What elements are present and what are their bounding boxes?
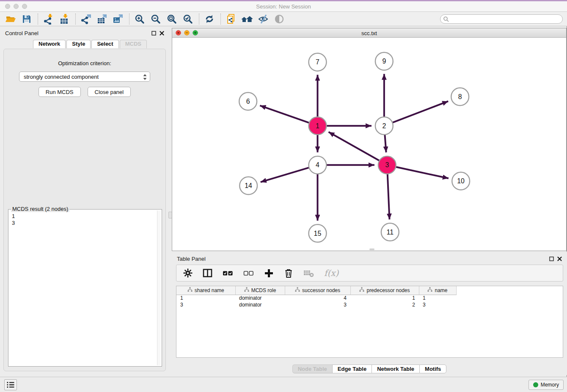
table-cell[interactable]: 2 xyxy=(350,301,419,308)
table-cell[interactable]: 3 xyxy=(419,301,456,308)
export-table-icon[interactable] xyxy=(96,13,108,25)
edge-3-1[interactable] xyxy=(329,132,380,161)
network-canvas[interactable]: 7968124314101511 xyxy=(172,38,566,251)
add-row-plus-icon[interactable] xyxy=(264,268,274,278)
column-header-name[interactable]: name xyxy=(419,286,456,295)
table-cell[interactable]: 3 xyxy=(176,301,235,308)
table-row[interactable]: 3dominator323 xyxy=(176,301,456,308)
table-settings-gear-icon[interactable] xyxy=(183,268,193,278)
tab-network[interactable]: Network xyxy=(33,40,66,48)
column-type-icon xyxy=(359,287,364,293)
titlebar-accent-strip xyxy=(0,0,567,1)
edge-4-14[interactable] xyxy=(261,168,309,182)
copy-network-icon[interactable] xyxy=(225,13,237,25)
select-all-checkboxes-icon[interactable] xyxy=(223,268,233,278)
column-header-predecessor-nodes[interactable]: predecessor nodes xyxy=(350,286,419,295)
refresh-icon[interactable] xyxy=(203,13,216,25)
tab-style[interactable]: Style xyxy=(66,40,91,48)
table-row[interactable]: 1dominator411 xyxy=(176,295,456,301)
export-network-icon[interactable] xyxy=(80,13,92,25)
canvas-resize-grip[interactable] xyxy=(369,248,374,250)
network-graph[interactable]: 7968124314101511 xyxy=(172,38,566,251)
node-label-3: 3 xyxy=(385,161,389,168)
toolbar-separator xyxy=(38,14,38,25)
table-panel-title: Table Panel xyxy=(177,256,206,262)
node-label-10: 10 xyxy=(457,177,465,185)
edge-3-10[interactable] xyxy=(396,167,449,178)
table-cell[interactable]: 1 xyxy=(419,295,456,301)
float-panel-icon[interactable] xyxy=(151,31,156,36)
close-panel-icon[interactable] xyxy=(160,31,164,36)
open-folder-icon[interactable] xyxy=(4,13,17,25)
optimization-criterion-select[interactable]: strongly connected component xyxy=(19,72,150,82)
zoom-out-icon[interactable] xyxy=(149,13,162,25)
optimization-criterion-label: Optimization criterion: xyxy=(4,60,165,66)
toolbar-separator xyxy=(199,14,199,25)
column-header-MCDS-role[interactable]: MCDS role xyxy=(235,286,285,295)
table-cell[interactable]: dominator xyxy=(235,301,285,308)
node-label-9: 9 xyxy=(382,58,386,65)
home-icon[interactable] xyxy=(241,13,253,25)
delete-row-trash-icon[interactable] xyxy=(284,268,293,278)
edge-2-8[interactable] xyxy=(392,101,448,123)
table-panel: Table Panel f(x) shared nameMCDS rolesuc… xyxy=(172,252,567,375)
status-bar: Memory xyxy=(0,377,567,392)
edge-2-3[interactable] xyxy=(385,135,386,152)
tab-network-table[interactable]: Network Table xyxy=(372,364,419,373)
table-cell[interactable]: 1 xyxy=(176,295,235,301)
column-header-shared-name[interactable]: shared name xyxy=(176,286,235,295)
node-label-8: 8 xyxy=(458,93,462,100)
network-view-window: scc.txt 7968124314101511 xyxy=(172,28,567,251)
edge-1-6[interactable] xyxy=(260,105,309,123)
control-panel-tabs: NetworkStyleSelectMCDS xyxy=(0,40,169,48)
tab-select[interactable]: Select xyxy=(91,40,118,48)
zoom-selected-icon[interactable] xyxy=(182,13,194,25)
memory-label: Memory xyxy=(541,382,559,388)
close-table-panel-icon[interactable] xyxy=(557,257,562,261)
node-label-7: 7 xyxy=(316,58,319,66)
deselect-all-checkboxes-icon[interactable] xyxy=(243,268,254,278)
tab-node-table[interactable]: Node Table xyxy=(292,364,332,373)
network-window-titlebar[interactable]: scc.txt xyxy=(172,28,566,38)
tab-edge-table[interactable]: Edge Table xyxy=(332,364,372,373)
zoom-in-icon[interactable] xyxy=(133,13,146,25)
float-table-panel-icon[interactable] xyxy=(549,257,554,261)
edge-3-11[interactable] xyxy=(388,174,390,220)
tab-motifs[interactable]: Motifs xyxy=(419,364,446,373)
window-title: Session: New Session xyxy=(0,3,567,10)
column-type-icon xyxy=(295,287,300,293)
table-panel-tabs: Node TableEdge TableNetwork TableMotifs xyxy=(172,364,567,373)
column-header-successor-nodes[interactable]: successor nodes xyxy=(285,286,350,295)
column-type-icon xyxy=(244,287,249,293)
result-scrollbar[interactable] xyxy=(157,210,161,365)
delete-table-icon xyxy=(303,269,314,278)
mcds-result-text: 13 xyxy=(9,210,157,365)
mcds-panel: Optimization criterion: strongly connect… xyxy=(3,49,166,371)
show-columns-icon[interactable] xyxy=(203,268,212,278)
table-cell[interactable]: 3 xyxy=(285,301,350,308)
toolbar-separator xyxy=(75,14,76,25)
export-image-icon[interactable] xyxy=(112,13,124,25)
fit-content-icon[interactable] xyxy=(165,13,178,25)
node-label-2: 2 xyxy=(382,122,386,130)
save-session-icon[interactable] xyxy=(20,13,33,25)
import-network-icon[interactable] xyxy=(42,13,55,25)
close-panel-button[interactable]: Close panel xyxy=(88,87,131,97)
run-mcds-button[interactable]: Run MCDS xyxy=(39,87,81,97)
column-type-icon xyxy=(427,287,432,293)
search-input[interactable] xyxy=(440,14,563,24)
import-table-icon[interactable] xyxy=(58,13,71,25)
search-icon xyxy=(443,16,449,22)
tab-mcds[interactable]: MCDS xyxy=(120,40,147,48)
memory-button[interactable]: Memory xyxy=(528,380,564,390)
node-label-4: 4 xyxy=(316,161,319,168)
node-table[interactable]: shared nameMCDS rolesuccessor nodesprede… xyxy=(176,286,563,358)
hide-panel-eye-icon[interactable] xyxy=(257,13,270,25)
table-toolbar: f(x) xyxy=(176,265,563,282)
show-panel-eye-icon[interactable] xyxy=(273,13,286,25)
table-cell[interactable]: 4 xyxy=(285,295,350,301)
node-label-11: 11 xyxy=(387,229,394,236)
table-cell[interactable]: 1 xyxy=(350,295,419,301)
table-cell[interactable]: dominator xyxy=(235,295,285,301)
task-history-button[interactable] xyxy=(4,379,17,390)
